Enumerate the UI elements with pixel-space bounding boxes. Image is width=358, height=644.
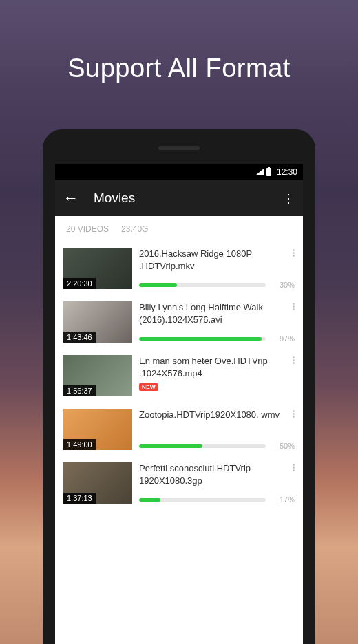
list-item[interactable]: 1:43:46 Billy Lynn's Long Halftime Walk … [55, 296, 303, 350]
back-button[interactable]: ← [63, 189, 84, 207]
video-info: En man som heter Ove.HDTVrip .1024X576.m… [139, 355, 295, 396]
video-count: 20 VIDEOS [66, 224, 109, 234]
progress-row: 17% [139, 495, 295, 504]
video-title: En man som heter Ove.HDTVrip .1024X576.m… [139, 355, 293, 379]
battery-icon [266, 168, 271, 176]
list-item[interactable]: 1:37:13 Perfetti sconosciuti HDTVrip 192… [55, 457, 303, 511]
video-info: Billy Lynn's Long Halftime Walk (2016).1… [139, 301, 295, 343]
list-item[interactable]: 1:56:37 En man som heter Ove.HDTVrip .10… [55, 350, 303, 403]
video-info: 2016.Hacksaw Ridge 1080P .HDTVrip.mkv 30… [139, 248, 295, 289]
phone-frame: 12:30 ← Movies ⋯ 20 VIDEOS 23.40G 2:20:3… [43, 129, 315, 644]
item-overflow-button[interactable] [293, 409, 295, 418]
progress-row: 30% [139, 281, 295, 289]
phone-screen: 12:30 ← Movies ⋯ 20 VIDEOS 23.40G 2:20:3… [55, 164, 303, 644]
video-info: Perfetti sconosciuti HDTVrip 1920X1080.3… [139, 462, 295, 504]
progress-bar [139, 498, 266, 502]
list-item[interactable]: 1:49:00 Zootopia.HDTVrip1920X1080. wmv 5… [55, 403, 303, 457]
progress-row: 50% [139, 442, 295, 450]
item-overflow-button[interactable] [293, 301, 295, 310]
overflow-menu-button[interactable]: ⋯ [282, 193, 297, 204]
hero-title: Support All Format [0, 0, 358, 83]
video-thumbnail[interactable]: 1:43:46 [63, 301, 132, 343]
new-badge: NEW [139, 383, 158, 391]
app-bar: ← Movies ⋯ [55, 180, 303, 216]
item-overflow-button[interactable] [293, 355, 295, 364]
video-thumbnail[interactable]: 1:49:00 [63, 409, 132, 450]
video-title: 2016.Hacksaw Ridge 1080P .HDTVrip.mkv [139, 248, 293, 272]
video-thumbnail[interactable]: 2:20:30 [63, 248, 132, 289]
progress-percent: 97% [273, 334, 295, 343]
progress-percent: 17% [273, 495, 295, 504]
item-overflow-button[interactable] [293, 462, 295, 471]
duration-badge: 1:56:37 [63, 385, 96, 396]
status-bar: 12:30 [55, 164, 303, 180]
status-time: 12:30 [277, 167, 297, 177]
item-overflow-button[interactable] [293, 248, 295, 257]
progress-bar [139, 337, 266, 341]
duration-badge: 1:37:13 [63, 493, 96, 504]
video-title: Perfetti sconosciuti HDTVrip 1920X1080.3… [139, 462, 293, 486]
progress-row: 97% [139, 334, 295, 343]
total-size: 23.40G [121, 224, 148, 234]
summary-bar: 20 VIDEOS 23.40G [55, 216, 303, 242]
video-thumbnail[interactable]: 1:37:13 [63, 462, 132, 504]
list-item[interactable]: 2:20:30 2016.Hacksaw Ridge 1080P .HDTVri… [55, 242, 303, 296]
duration-badge: 2:20:30 [63, 278, 96, 289]
video-list: 2:20:30 2016.Hacksaw Ridge 1080P .HDTVri… [55, 242, 303, 511]
signal-icon [255, 169, 264, 175]
video-thumbnail[interactable]: 1:56:37 [63, 355, 132, 396]
video-info: Zootopia.HDTVrip1920X1080. wmv 50% [139, 409, 295, 450]
phone-speaker [158, 146, 200, 150]
progress-bar [139, 283, 266, 287]
progress-bar [139, 444, 266, 448]
progress-percent: 50% [273, 442, 295, 450]
video-title: Zootopia.HDTVrip1920X1080. wmv [139, 409, 293, 421]
video-title: Billy Lynn's Long Halftime Walk (2016).1… [139, 301, 293, 325]
app-bar-title: Movies [94, 191, 283, 206]
progress-percent: 30% [273, 281, 295, 289]
duration-badge: 1:43:46 [63, 332, 96, 343]
duration-badge: 1:49:00 [63, 439, 96, 450]
